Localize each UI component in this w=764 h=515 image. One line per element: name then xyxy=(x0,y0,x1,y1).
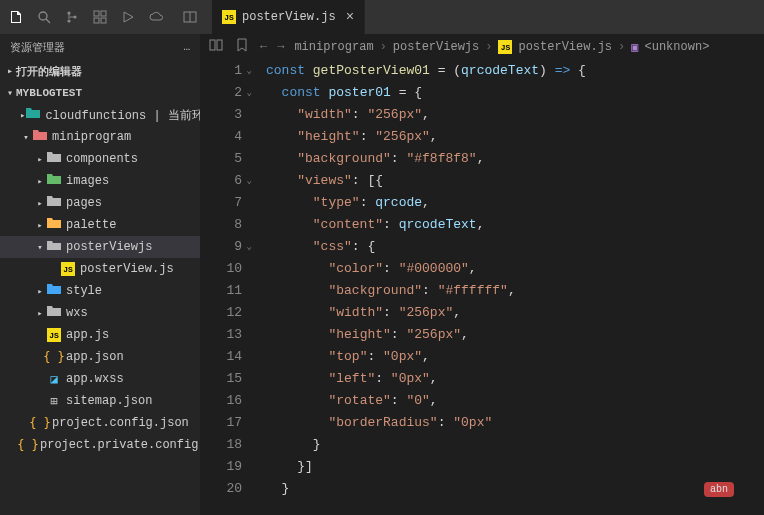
code-line[interactable]: "rotate": "0", xyxy=(266,390,764,412)
cloud-icon[interactable] xyxy=(146,7,166,27)
code-line[interactable]: "views": [{ xyxy=(266,170,764,192)
tree-node[interactable]: { }project.config.json xyxy=(0,412,200,434)
tree-node[interactable]: { }project.private.config.json xyxy=(0,434,200,456)
code-line[interactable]: "height": "256px", xyxy=(266,324,764,346)
top-bar: JS posterView.js × xyxy=(0,0,764,34)
tree-label: posterViewjs xyxy=(66,240,152,254)
split-editor-icon[interactable] xyxy=(180,7,200,27)
svg-rect-6 xyxy=(101,11,106,16)
tree-node[interactable]: ▸components xyxy=(0,148,200,170)
explorer-sidebar: 资源管理器 … ▸ 打开的编辑器 ▾ MYBLOGTEST ▸cloudfunc… xyxy=(0,34,200,515)
line-number: 13 xyxy=(200,324,242,346)
open-editors-label: 打开的编辑器 xyxy=(16,64,82,79)
search-icon[interactable] xyxy=(34,7,54,27)
breadcrumb-item[interactable]: <unknown> xyxy=(645,40,710,54)
json-file-icon: { } xyxy=(17,438,39,452)
tree-label: wxs xyxy=(66,306,88,320)
fold-icon[interactable]: ⌄ xyxy=(247,236,252,258)
code-line[interactable]: }] xyxy=(266,456,764,478)
line-number: 1⌄ xyxy=(200,60,242,82)
code-line[interactable]: "top": "0px", xyxy=(266,346,764,368)
tree-label: sitemap.json xyxy=(66,394,152,408)
tree-node[interactable]: ▸images xyxy=(0,170,200,192)
tree-arrow-icon: ▸ xyxy=(34,198,46,209)
code-line[interactable]: const getPosterView01 = (qrcodeText) => … xyxy=(266,60,764,82)
line-number: 7 xyxy=(200,192,242,214)
tree-node[interactable]: JSposterView.js xyxy=(0,258,200,280)
code-line[interactable]: "width": "256px", xyxy=(266,302,764,324)
tree-node[interactable]: ▾miniprogram xyxy=(0,126,200,148)
breadcrumb-item[interactable]: posterViewjs xyxy=(393,40,479,54)
tree-node[interactable]: ▸style xyxy=(0,280,200,302)
code-line[interactable]: "width": "256px", xyxy=(266,104,764,126)
sidebar-menu-icon[interactable]: … xyxy=(183,41,190,53)
tree-label: posterView.js xyxy=(80,262,174,276)
bookmark-icon[interactable] xyxy=(234,37,250,57)
tree-node[interactable]: ▸palette xyxy=(0,214,200,236)
folder-icon xyxy=(46,303,62,323)
code-line[interactable]: "left": "0px", xyxy=(266,368,764,390)
folder-icon xyxy=(46,171,62,191)
editor-tab-posterview[interactable]: JS posterView.js × xyxy=(212,0,365,34)
tree-node[interactable]: JSapp.js xyxy=(0,324,200,346)
tree-node[interactable]: ▸wxs xyxy=(0,302,200,324)
code-line[interactable]: "content": qrcodeText, xyxy=(266,214,764,236)
svg-rect-12 xyxy=(217,40,222,50)
tree-node[interactable]: ▾posterViewjs xyxy=(0,236,200,258)
breadcrumb[interactable]: miniprogram › posterViewjs › JS posterVi… xyxy=(294,40,709,55)
tree-label: components xyxy=(66,152,138,166)
breadcrumb-item[interactable]: miniprogram xyxy=(294,40,373,54)
editor-toolbar: ← → miniprogram › posterViewjs › JS post… xyxy=(200,34,764,60)
code-line[interactable]: "type": qrcode, xyxy=(266,192,764,214)
tree-label: palette xyxy=(66,218,116,232)
code-line[interactable]: } xyxy=(266,434,764,456)
wxss-file-icon: ◪ xyxy=(50,372,57,387)
code-line[interactable]: "background": "#ffffff", xyxy=(266,280,764,302)
tree-node[interactable]: ⊞sitemap.json xyxy=(0,390,200,412)
nav-forward-icon[interactable]: → xyxy=(277,40,284,54)
symbol-icon: ▣ xyxy=(631,40,638,55)
tree-arrow-icon: ▸ xyxy=(34,308,46,319)
project-section[interactable]: ▾ MYBLOGTEST xyxy=(0,82,200,104)
tree-arrow-icon: ▾ xyxy=(34,242,46,253)
code-line[interactable]: "background": "#f8f8f8", xyxy=(266,148,764,170)
nav-back-icon[interactable]: ← xyxy=(260,40,267,54)
editor-area: ← → miniprogram › posterViewjs › JS post… xyxy=(200,34,764,515)
tree-label: app.json xyxy=(66,350,124,364)
breadcrumb-item[interactable]: posterView.js xyxy=(518,40,612,54)
code-line[interactable]: "css": { xyxy=(266,236,764,258)
tree-node[interactable]: { }app.json xyxy=(0,346,200,368)
fold-icon[interactable]: ⌄ xyxy=(247,82,252,104)
code-line[interactable]: "color": "#000000", xyxy=(266,258,764,280)
code-line[interactable]: "height": "256px", xyxy=(266,126,764,148)
folder-icon xyxy=(46,149,62,169)
js-file-icon: JS xyxy=(61,262,75,276)
tree-arrow-icon: ▸ xyxy=(34,286,46,297)
svg-rect-5 xyxy=(94,11,99,16)
compare-icon[interactable] xyxy=(208,37,224,57)
extensions-icon[interactable] xyxy=(90,7,110,27)
debug-icon[interactable] xyxy=(118,7,138,27)
folder-icon xyxy=(46,281,62,301)
folder-icon xyxy=(46,237,62,257)
folder-icon xyxy=(46,193,62,213)
code-line[interactable]: } xyxy=(266,478,764,500)
open-editors-section[interactable]: ▸ 打开的编辑器 xyxy=(0,60,200,82)
source-control-icon[interactable] xyxy=(62,7,82,27)
close-tab-icon[interactable]: × xyxy=(346,9,354,25)
tree-node[interactable]: ▸cloudfunctions | 当前环境: blo… xyxy=(0,104,200,126)
tree-node[interactable]: ◪app.wxss xyxy=(0,368,200,390)
line-number: 2⌄ xyxy=(200,82,242,104)
tree-label: images xyxy=(66,174,109,188)
explorer-icon[interactable] xyxy=(6,7,26,27)
code-editor[interactable]: 1⌄2⌄3456⌄789⌄1011121314151617181920 cons… xyxy=(200,60,764,515)
fold-icon[interactable]: ⌄ xyxy=(247,60,252,82)
code-line[interactable]: "borderRadius": "0px" xyxy=(266,412,764,434)
tree-node[interactable]: ▸pages xyxy=(0,192,200,214)
code-content[interactable]: const getPosterView01 = (qrcodeText) => … xyxy=(250,60,764,515)
line-number: 8 xyxy=(200,214,242,236)
line-number: 20 xyxy=(200,478,242,500)
line-number: 3 xyxy=(200,104,242,126)
fold-icon[interactable]: ⌄ xyxy=(247,170,252,192)
code-line[interactable]: const poster01 = { xyxy=(266,82,764,104)
